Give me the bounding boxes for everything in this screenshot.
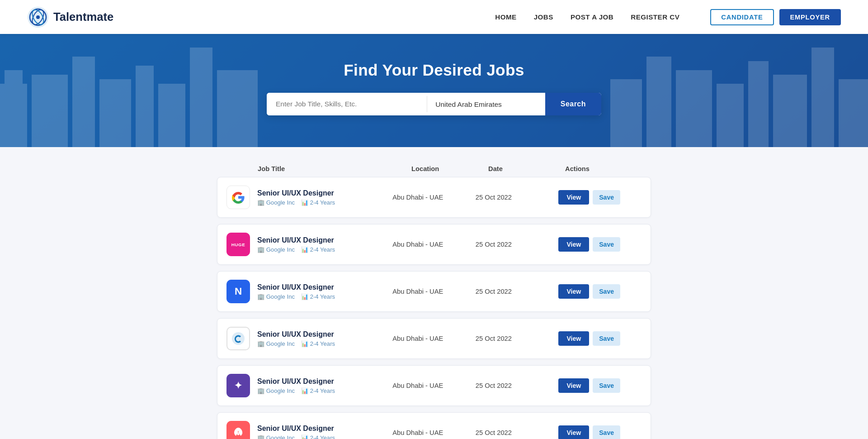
svg-point-23 [232,332,245,345]
candidate-button[interactable]: CANDIDATE [710,9,774,25]
job-title: Senior UI/UX Designer [257,189,335,197]
nav-post-job[interactable]: POST A JOB [571,13,613,21]
job-details: Senior UI/UX Designer 🏢 Google Inc 📊 2-4… [257,236,335,253]
job-details: Senior UI/UX Designer 🏢 Google Inc 📊 2-4… [257,189,335,206]
job-info: Senior UI/UX Designer 🏢 Google Inc 📊 2-4… [226,421,392,439]
logo-link[interactable]: Talentmate [27,6,113,28]
save-button[interactable]: Save [593,378,620,393]
job-details: Senior UI/UX Designer 🏢 Google Inc 📊 2-4… [257,425,335,439]
nav-home[interactable]: HOME [495,13,516,21]
job-details: Senior UI/UX Designer 🏢 Google Inc 📊 2-4… [257,330,335,347]
company-logo [226,186,250,209]
job-meta: 🏢 Google Inc 📊 2-4 Years [257,293,335,300]
view-button[interactable]: View [558,425,589,439]
job-list-section: Job Title Location Date Actions Senior U… [208,165,660,439]
nav-register-cv[interactable]: REGISTER CV [631,13,679,21]
job-title: Senior UI/UX Designer [257,330,335,339]
table-row: Senior UI/UX Designer 🏢 Google Inc 📊 2-4… [217,412,651,439]
coda-logo-icon [231,331,245,346]
company-logo: N [226,280,250,303]
svg-point-4 [36,15,40,19]
view-button[interactable]: View [558,378,589,393]
huge-logo-icon: HUGE [231,242,245,247]
job-actions: View Save [558,378,642,393]
hero-section: Find Your Desired Jobs United Arab Emira… [0,34,868,147]
job-info: Senior UI/UX Designer 🏢 Google Inc 📊 2-4… [226,327,392,350]
save-button[interactable]: Save [593,331,620,346]
google-logo-icon [231,190,245,205]
hero-content: Find Your Desired Jobs United Arab Emira… [9,61,859,115]
job-actions: View Save [558,425,642,439]
company-logo: HUGE [226,233,250,256]
job-location: Abu Dhabi - UAE [392,335,476,342]
table-row: Senior UI/UX Designer 🏢 Google Inc 📊 2-4… [217,318,651,359]
table-row: HUGE Senior UI/UX Designer 🏢 Google Inc … [217,224,651,265]
save-button[interactable]: Save [593,425,620,439]
company-logo [226,421,250,439]
job-location: Abu Dhabi - UAE [392,194,476,201]
job-date: 25 Oct 2022 [476,194,559,201]
save-button[interactable]: Save [593,284,620,299]
airbnb-logo-icon [232,426,245,439]
company-name: 🏢 Google Inc [257,246,295,253]
job-date: 25 Oct 2022 [476,241,559,248]
navbar: Talentmate HOME JOBS POST A JOB REGISTER… [0,0,868,34]
view-button[interactable]: View [558,237,589,252]
experience: 📊 2-4 Years [301,199,335,206]
col-actions: Actions [565,165,642,172]
company-name: 🏢 Google Inc [257,387,295,394]
employer-button[interactable]: EMPLOYER [779,9,841,25]
search-button[interactable]: Search [545,93,601,115]
nav-links: HOME JOBS POST A JOB REGISTER CV CANDIDA… [495,9,841,25]
view-button[interactable]: View [558,190,589,205]
search-input[interactable] [267,93,427,115]
job-details: Senior UI/UX Designer 🏢 Google Inc 📊 2-4… [257,377,335,394]
location-select[interactable]: United Arab Emirates Saudi Arabia Qatar … [427,93,545,115]
experience: 📊 2-4 Years [301,340,335,347]
job-location: Abu Dhabi - UAE [392,382,476,389]
job-actions: View Save [558,190,642,205]
col-job-title: Job Title [258,165,411,172]
job-info: N Senior UI/UX Designer 🏢 Google Inc 📊 2… [226,280,392,303]
job-date: 25 Oct 2022 [476,429,559,436]
job-meta: 🏢 Google Inc 📊 2-4 Years [257,387,335,394]
search-bar: United Arab Emirates Saudi Arabia Qatar … [267,93,601,115]
job-info: Senior UI/UX Designer 🏢 Google Inc 📊 2-4… [226,186,392,209]
table-row: ✦ Senior UI/UX Designer 🏢 Google Inc 📊 2… [217,365,651,406]
job-date: 25 Oct 2022 [476,382,559,389]
job-meta: 🏢 Google Inc 📊 2-4 Years [257,434,335,439]
company-name: 🏢 Google Inc [257,340,295,347]
col-location: Location [411,165,488,172]
hero-title: Find Your Desired Jobs [9,61,859,79]
job-title: Senior UI/UX Designer [257,377,335,386]
save-button[interactable]: Save [593,190,620,205]
company-name: 🏢 Google Inc [257,434,295,439]
nav-jobs[interactable]: JOBS [534,13,553,21]
view-button[interactable]: View [558,284,589,299]
job-actions: View Save [558,331,642,346]
nav-auth-buttons: CANDIDATE EMPLOYER [710,9,841,25]
job-date: 25 Oct 2022 [476,335,559,342]
job-date: 25 Oct 2022 [476,288,559,295]
experience: 📊 2-4 Years [301,293,335,300]
job-meta: 🏢 Google Inc 📊 2-4 Years [257,246,335,253]
job-meta: 🏢 Google Inc 📊 2-4 Years [257,340,335,347]
experience: 📊 2-4 Years [301,387,335,394]
n-logo-icon: N [235,286,242,297]
job-actions: View Save [558,237,642,252]
company-name: 🏢 Google Inc [257,293,295,300]
job-actions: View Save [558,284,642,299]
job-title: Senior UI/UX Designer [257,283,335,291]
job-table-header: Job Title Location Date Actions [217,165,651,177]
save-button[interactable]: Save [593,237,620,252]
experience: 📊 2-4 Years [301,434,335,439]
job-details: Senior UI/UX Designer 🏢 Google Inc 📊 2-4… [257,283,335,300]
view-button[interactable]: View [558,331,589,346]
job-title: Senior UI/UX Designer [257,236,335,244]
company-logo: ✦ [226,374,250,397]
job-title: Senior UI/UX Designer [257,425,335,433]
company-logo [226,327,250,350]
col-date: Date [488,165,565,172]
purple-logo-icon: ✦ [234,380,242,391]
job-info: ✦ Senior UI/UX Designer 🏢 Google Inc 📊 2… [226,374,392,397]
